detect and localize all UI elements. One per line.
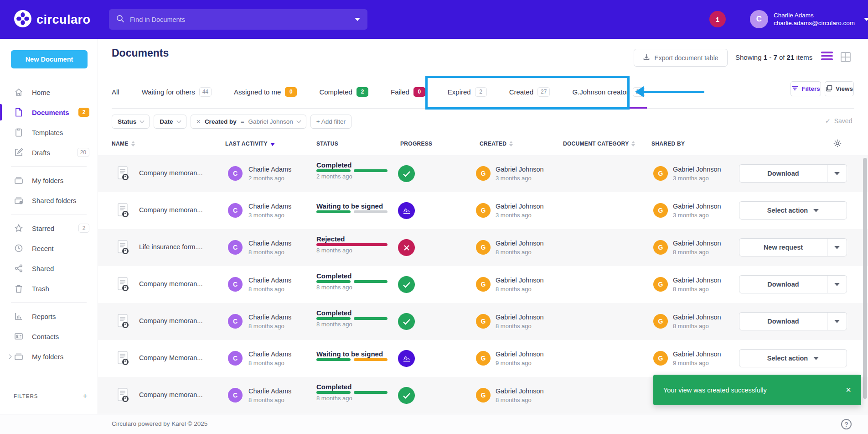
chevron-right-icon[interactable]: [7, 354, 12, 359]
new-document-button[interactable]: New Document: [11, 50, 88, 68]
sort-icon[interactable]: [631, 141, 635, 146]
row-action-button[interactable]: Download: [739, 312, 847, 330]
sort-icon[interactable]: [131, 141, 135, 146]
sidebar-item-label: Contacts: [32, 333, 59, 340]
last-activity-time: 8 months ago: [248, 286, 284, 293]
tab-completed[interactable]: Completed2: [319, 75, 368, 108]
sidebar-item-home[interactable]: Home: [0, 82, 98, 102]
tab-all[interactable]: All: [112, 75, 119, 108]
tab-assigned-to-me[interactable]: Assigned to me0: [234, 75, 297, 108]
vertical-scrollbar[interactable]: [863, 158, 867, 399]
views-button[interactable]: Views: [825, 81, 854, 96]
document-name[interactable]: Company Memoran...: [139, 354, 223, 361]
tab-failed[interactable]: Failed0: [391, 75, 425, 108]
column-header-progress[interactable]: PROGRESS: [400, 141, 432, 147]
locked-document-icon: [117, 203, 129, 220]
sidebar-item-documents[interactable]: Documents 2: [0, 102, 98, 122]
sidebar-item-shared-folders[interactable]: Shared folders: [0, 190, 98, 210]
help-icon[interactable]: ?: [841, 419, 852, 429]
starred-count-badge: 2: [78, 224, 89, 233]
action-dropdown-caret[interactable]: [827, 283, 847, 286]
tab-expired[interactable]: Expired2: [448, 75, 487, 108]
column-header-name[interactable]: NAME: [112, 141, 135, 147]
grid-view-toggle-icon[interactable]: [840, 51, 852, 65]
action-dropdown-caret[interactable]: [827, 246, 847, 249]
document-name[interactable]: Company memoran...: [139, 206, 223, 214]
progress-bar: [316, 169, 388, 172]
progress-bar: [316, 210, 388, 213]
sidebar-item-trash[interactable]: Trash: [0, 278, 98, 298]
sort-desc-icon[interactable]: [270, 143, 275, 146]
action-dropdown-caret[interactable]: [827, 172, 847, 175]
document-name[interactable]: Company memoran...: [139, 169, 223, 177]
drafts-count-badge: 20: [77, 148, 89, 157]
table-row[interactable]: Company memoran... C Charlie Adams2 mont…: [98, 155, 868, 192]
created-by: Gabriel Johnson: [496, 166, 544, 173]
folder-icon: [14, 176, 24, 184]
table-row[interactable]: Life insurance form.... C Charlie Adams8…: [98, 229, 868, 266]
action-dropdown-caret[interactable]: [813, 357, 819, 360]
global-search[interactable]: [109, 9, 367, 30]
notification-badge[interactable]: 1: [709, 11, 726, 27]
created-time: 8 months ago: [496, 397, 532, 403]
sidebar-item-my-folders-tree[interactable]: My folders: [0, 346, 98, 366]
action-dropdown-caret[interactable]: [813, 209, 819, 212]
sort-icon[interactable]: [509, 141, 513, 146]
export-document-table-button[interactable]: Export document table: [634, 49, 728, 67]
column-settings-gear-icon[interactable]: [833, 139, 842, 150]
row-action-button[interactable]: New request: [739, 238, 847, 256]
created-by-filter-chip[interactable]: × Created by = Gabriel Johnson: [191, 115, 306, 129]
document-name[interactable]: Company memoran...: [139, 280, 223, 288]
column-header-document-category[interactable]: DOCUMENT CATEGORY: [563, 141, 635, 147]
row-action-button[interactable]: Download: [739, 164, 847, 183]
app-window: circularo 1 C Charlie Adams charlie.adam…: [0, 0, 868, 434]
tab-waiting-for-others[interactable]: Waiting for others44: [142, 75, 212, 108]
chevron-down-icon: [864, 18, 868, 21]
row-action-button[interactable]: Download: [739, 275, 847, 293]
table-row[interactable]: Company Memoran... C Charlie Adams8 mont…: [98, 340, 868, 377]
brand-logo[interactable]: circularo: [14, 10, 91, 30]
created-time: 3 months ago: [496, 175, 532, 182]
sidebar-item-recent[interactable]: Recent: [0, 238, 98, 258]
table-row[interactable]: Company memoran... C Charlie Adams3 mont…: [98, 192, 868, 229]
date-filter-dropdown[interactable]: Date: [154, 115, 186, 129]
add-filter-plus-icon[interactable]: +: [83, 391, 88, 401]
close-icon[interactable]: ×: [196, 118, 201, 126]
column-header-last-activity[interactable]: LAST ACTIVITY: [225, 141, 275, 147]
list-view-toggle-icon[interactable]: [821, 52, 833, 63]
sidebar-item-label: Templates: [32, 129, 63, 136]
status-filter-dropdown[interactable]: Status: [112, 115, 150, 129]
status-rejected-icon: [398, 239, 415, 256]
column-header-shared-by[interactable]: SHARED BY: [651, 141, 685, 147]
add-filter-button[interactable]: + Add filter: [310, 115, 351, 129]
sidebar-item-my-folders[interactable]: My folders: [0, 170, 98, 190]
sidebar-item-contacts[interactable]: Contacts: [0, 326, 98, 346]
user-menu[interactable]: C Charlie Adams charlie.adams@circularo.…: [750, 10, 868, 28]
sidebar-item-starred[interactable]: Starred 2: [0, 218, 98, 238]
tab-gjohnson-creator[interactable]: G.Johnson creator21: [572, 75, 645, 108]
table-row[interactable]: Company memoran... C Charlie Adams8 mont…: [98, 303, 868, 340]
row-action-button[interactable]: Select action: [739, 201, 847, 220]
sidebar-item-shared[interactable]: Shared: [0, 258, 98, 278]
created-time: 8 months ago: [496, 249, 532, 256]
close-icon[interactable]: ×: [846, 385, 851, 395]
search-input[interactable]: [130, 16, 355, 23]
document-name[interactable]: Company memoran...: [139, 391, 223, 398]
avatar: C: [228, 240, 243, 255]
filters-button[interactable]: Filters: [790, 81, 821, 96]
row-action-button[interactable]: Select action: [739, 349, 847, 367]
sidebar-item-reports[interactable]: Reports: [0, 306, 98, 326]
table-row[interactable]: Company memoran... C Charlie Adams8 mont…: [98, 266, 868, 303]
action-dropdown-caret[interactable]: [827, 320, 847, 323]
document-name[interactable]: Life insurance form....: [139, 243, 223, 251]
column-header-created[interactable]: CREATED: [480, 141, 513, 147]
search-scope-caret-icon[interactable]: [355, 18, 360, 21]
contact-card-icon: [14, 332, 24, 340]
tab-created[interactable]: Created27: [509, 75, 550, 108]
document-name[interactable]: Company memoran...: [139, 317, 223, 324]
created-by: Gabriel Johnson: [496, 350, 544, 358]
sidebar-item-drafts[interactable]: Drafts 20: [0, 142, 98, 162]
last-activity-time: 8 months ago: [248, 249, 284, 256]
sidebar-item-templates[interactable]: Templates: [0, 122, 98, 142]
column-header-status[interactable]: STATUS: [316, 141, 338, 147]
